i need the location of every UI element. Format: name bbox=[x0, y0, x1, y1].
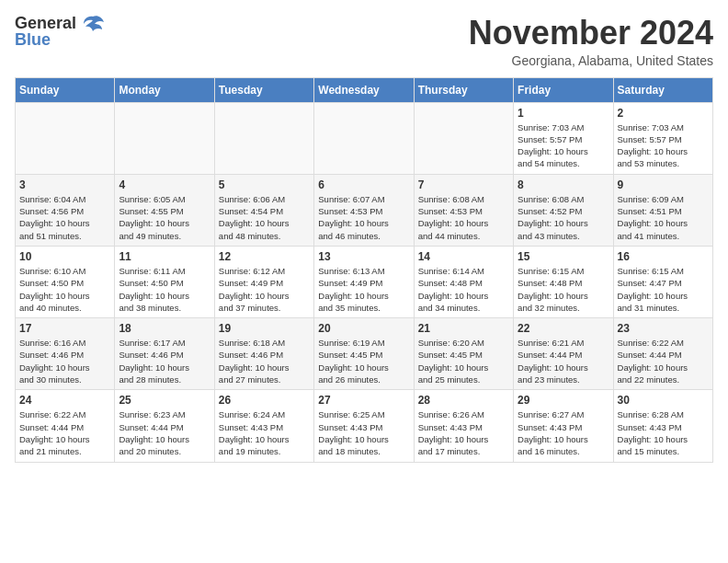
calendar-cell: 25Sunrise: 6:23 AM Sunset: 4:44 PM Dayli… bbox=[115, 390, 214, 462]
logo-general: General bbox=[15, 15, 76, 31]
day-number: 6 bbox=[318, 178, 409, 191]
calendar-cell: 4Sunrise: 6:05 AM Sunset: 4:55 PM Daylig… bbox=[115, 174, 214, 246]
day-number: 23 bbox=[618, 322, 709, 335]
day-info: Sunrise: 6:06 AM Sunset: 4:54 PM Dayligh… bbox=[219, 193, 310, 242]
calendar-cell bbox=[414, 102, 513, 174]
calendar-cell: 30Sunrise: 6:28 AM Sunset: 4:43 PM Dayli… bbox=[613, 390, 712, 462]
day-number: 18 bbox=[119, 322, 210, 335]
day-info: Sunrise: 6:14 AM Sunset: 4:48 PM Dayligh… bbox=[418, 265, 509, 314]
day-info: Sunrise: 6:15 AM Sunset: 4:48 PM Dayligh… bbox=[518, 265, 609, 314]
day-info: Sunrise: 6:25 AM Sunset: 4:43 PM Dayligh… bbox=[318, 408, 409, 457]
day-info: Sunrise: 6:24 AM Sunset: 4:43 PM Dayligh… bbox=[219, 408, 310, 457]
day-number: 2 bbox=[618, 107, 709, 120]
calendar-cell: 10Sunrise: 6:10 AM Sunset: 4:50 PM Dayli… bbox=[16, 246, 115, 317]
calendar-cell: 23Sunrise: 6:22 AM Sunset: 4:44 PM Dayli… bbox=[613, 318, 712, 390]
day-number: 25 bbox=[119, 394, 210, 407]
logo-text: General Blue bbox=[15, 15, 76, 48]
day-number: 12 bbox=[219, 250, 310, 263]
day-info: Sunrise: 6:22 AM Sunset: 4:44 PM Dayligh… bbox=[618, 337, 709, 385]
day-info: Sunrise: 6:04 AM Sunset: 4:56 PM Dayligh… bbox=[19, 193, 110, 242]
day-number: 14 bbox=[418, 250, 509, 263]
day-number: 24 bbox=[19, 394, 110, 407]
calendar-header-tuesday: Tuesday bbox=[214, 77, 313, 102]
day-number: 17 bbox=[19, 322, 110, 335]
day-info: Sunrise: 6:05 AM Sunset: 4:55 PM Dayligh… bbox=[119, 193, 210, 242]
logo-blue: Blue bbox=[15, 31, 76, 48]
calendar-cell: 14Sunrise: 6:14 AM Sunset: 4:48 PM Dayli… bbox=[414, 246, 513, 317]
day-info: Sunrise: 6:10 AM Sunset: 4:50 PM Dayligh… bbox=[19, 265, 110, 314]
calendar-cell: 6Sunrise: 6:07 AM Sunset: 4:53 PM Daylig… bbox=[314, 174, 414, 246]
day-number: 5 bbox=[219, 178, 310, 191]
calendar-header-saturday: Saturday bbox=[613, 77, 712, 102]
day-number: 16 bbox=[618, 250, 709, 263]
calendar-week-5: 24Sunrise: 6:22 AM Sunset: 4:44 PM Dayli… bbox=[16, 390, 713, 462]
day-number: 20 bbox=[318, 322, 409, 335]
day-info: Sunrise: 6:17 AM Sunset: 4:46 PM Dayligh… bbox=[119, 337, 210, 385]
calendar-cell: 7Sunrise: 6:08 AM Sunset: 4:53 PM Daylig… bbox=[414, 174, 513, 246]
calendar-cell: 22Sunrise: 6:21 AM Sunset: 4:44 PM Dayli… bbox=[514, 318, 613, 390]
calendar-table: SundayMondayTuesdayWednesdayThursdayFrid… bbox=[15, 77, 713, 463]
calendar-week-3: 10Sunrise: 6:10 AM Sunset: 4:50 PM Dayli… bbox=[16, 246, 713, 317]
day-info: Sunrise: 6:19 AM Sunset: 4:45 PM Dayligh… bbox=[318, 337, 409, 385]
calendar-cell: 16Sunrise: 6:15 AM Sunset: 4:47 PM Dayli… bbox=[613, 246, 712, 317]
calendar-cell: 11Sunrise: 6:11 AM Sunset: 4:50 PM Dayli… bbox=[115, 246, 214, 317]
day-info: Sunrise: 6:27 AM Sunset: 4:43 PM Dayligh… bbox=[518, 408, 609, 457]
logo-bird-icon bbox=[80, 13, 106, 42]
day-number: 19 bbox=[219, 322, 310, 335]
day-number: 13 bbox=[318, 250, 409, 263]
calendar-cell: 9Sunrise: 6:09 AM Sunset: 4:51 PM Daylig… bbox=[613, 174, 712, 246]
day-number: 21 bbox=[418, 322, 509, 335]
day-number: 3 bbox=[19, 178, 110, 191]
day-info: Sunrise: 6:18 AM Sunset: 4:46 PM Dayligh… bbox=[219, 337, 310, 385]
calendar-header-row: SundayMondayTuesdayWednesdayThursdayFrid… bbox=[16, 77, 713, 102]
title-section: November 2024 Georgiana, Alabama, United… bbox=[469, 15, 713, 68]
calendar-cell: 17Sunrise: 6:16 AM Sunset: 4:46 PM Dayli… bbox=[16, 318, 115, 390]
day-number: 7 bbox=[418, 178, 509, 191]
calendar-cell: 24Sunrise: 6:22 AM Sunset: 4:44 PM Dayli… bbox=[16, 390, 115, 462]
day-info: Sunrise: 6:08 AM Sunset: 4:53 PM Dayligh… bbox=[418, 193, 509, 242]
calendar-cell: 27Sunrise: 6:25 AM Sunset: 4:43 PM Dayli… bbox=[314, 390, 414, 462]
day-info: Sunrise: 6:07 AM Sunset: 4:53 PM Dayligh… bbox=[318, 193, 409, 242]
day-info: Sunrise: 6:11 AM Sunset: 4:50 PM Dayligh… bbox=[119, 265, 210, 314]
calendar-cell: 13Sunrise: 6:13 AM Sunset: 4:49 PM Dayli… bbox=[314, 246, 414, 317]
day-number: 22 bbox=[518, 322, 609, 335]
calendar-cell: 1Sunrise: 7:03 AM Sunset: 5:57 PM Daylig… bbox=[514, 102, 613, 174]
calendar-cell: 18Sunrise: 6:17 AM Sunset: 4:46 PM Dayli… bbox=[115, 318, 214, 390]
calendar-header-thursday: Thursday bbox=[414, 77, 513, 102]
calendar-header-wednesday: Wednesday bbox=[314, 77, 414, 102]
day-info: Sunrise: 6:26 AM Sunset: 4:43 PM Dayligh… bbox=[418, 408, 509, 457]
day-number: 10 bbox=[19, 250, 110, 263]
calendar-cell: 2Sunrise: 7:03 AM Sunset: 5:57 PM Daylig… bbox=[613, 102, 712, 174]
calendar-cell bbox=[115, 102, 214, 174]
day-info: Sunrise: 6:09 AM Sunset: 4:51 PM Dayligh… bbox=[618, 193, 709, 242]
calendar-header-sunday: Sunday bbox=[16, 77, 115, 102]
calendar-cell: 12Sunrise: 6:12 AM Sunset: 4:49 PM Dayli… bbox=[214, 246, 313, 317]
calendar-cell: 8Sunrise: 6:08 AM Sunset: 4:52 PM Daylig… bbox=[514, 174, 613, 246]
day-info: Sunrise: 6:13 AM Sunset: 4:49 PM Dayligh… bbox=[318, 265, 409, 314]
day-number: 27 bbox=[318, 394, 409, 407]
day-number: 15 bbox=[518, 250, 609, 263]
day-info: Sunrise: 6:21 AM Sunset: 4:44 PM Dayligh… bbox=[518, 337, 609, 385]
day-info: Sunrise: 6:16 AM Sunset: 4:46 PM Dayligh… bbox=[19, 337, 110, 385]
calendar-cell: 3Sunrise: 6:04 AM Sunset: 4:56 PM Daylig… bbox=[16, 174, 115, 246]
calendar-cell: 21Sunrise: 6:20 AM Sunset: 4:45 PM Dayli… bbox=[414, 318, 513, 390]
day-info: Sunrise: 6:22 AM Sunset: 4:44 PM Dayligh… bbox=[19, 408, 110, 457]
day-info: Sunrise: 6:08 AM Sunset: 4:52 PM Dayligh… bbox=[518, 193, 609, 242]
day-number: 4 bbox=[119, 178, 210, 191]
day-info: Sunrise: 7:03 AM Sunset: 5:57 PM Dayligh… bbox=[618, 121, 709, 170]
day-info: Sunrise: 7:03 AM Sunset: 5:57 PM Dayligh… bbox=[518, 121, 609, 170]
day-number: 11 bbox=[119, 250, 210, 263]
month-title: November 2024 bbox=[469, 15, 713, 52]
day-number: 30 bbox=[618, 394, 709, 407]
calendar-cell bbox=[314, 102, 414, 174]
day-number: 1 bbox=[518, 107, 609, 120]
calendar-week-4: 17Sunrise: 6:16 AM Sunset: 4:46 PM Dayli… bbox=[16, 318, 713, 390]
calendar-cell: 26Sunrise: 6:24 AM Sunset: 4:43 PM Dayli… bbox=[214, 390, 313, 462]
calendar-cell: 19Sunrise: 6:18 AM Sunset: 4:46 PM Dayli… bbox=[214, 318, 313, 390]
calendar-header-friday: Friday bbox=[514, 77, 613, 102]
day-info: Sunrise: 6:28 AM Sunset: 4:43 PM Dayligh… bbox=[618, 408, 709, 457]
day-info: Sunrise: 6:20 AM Sunset: 4:45 PM Dayligh… bbox=[418, 337, 509, 385]
day-info: Sunrise: 6:12 AM Sunset: 4:49 PM Dayligh… bbox=[219, 265, 310, 314]
location: Georgiana, Alabama, United States bbox=[469, 53, 713, 68]
calendar-cell: 5Sunrise: 6:06 AM Sunset: 4:54 PM Daylig… bbox=[214, 174, 313, 246]
